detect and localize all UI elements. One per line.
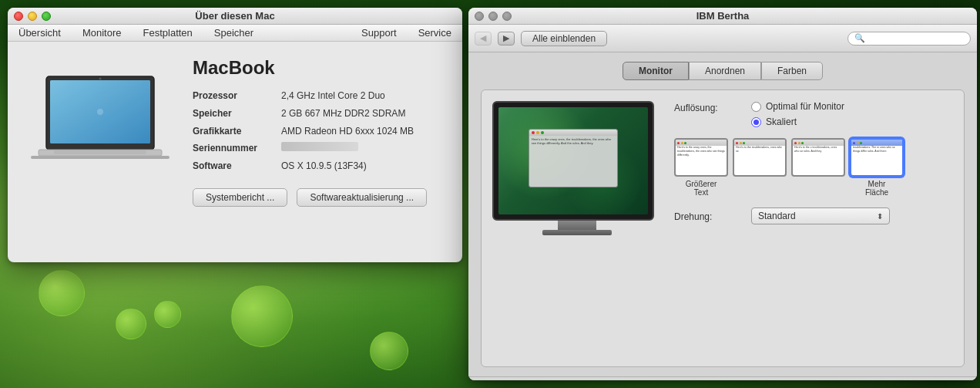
menu-festplatten[interactable]: Festplatten: [139, 27, 197, 39]
thumb-dot-r-3: [853, 142, 855, 144]
ibm-maximize-button[interactable]: [502, 12, 512, 21]
thumb-box-2[interactable]: Here's to the c troublemakers, ones who …: [791, 138, 845, 177]
thumb-dot-g-1: [743, 142, 745, 144]
thumbnails-row: Here's to the crazy ones, the troublemak…: [674, 138, 953, 197]
maximize-button[interactable]: [42, 12, 51, 21]
laptop-image: [23, 65, 177, 188]
serial-value: [281, 142, 358, 151]
menu-monitore[interactable]: Monitore: [78, 27, 126, 39]
thumb-dot-y-2: [798, 142, 800, 144]
thumb-box-0[interactable]: Here's to the crazy ones, the troublemak…: [674, 138, 728, 177]
menu-speicher[interactable]: Speicher: [210, 27, 258, 39]
window-title: Über diesen Mac: [195, 10, 274, 22]
radio-skaliert[interactable]: [751, 117, 761, 127]
rotation-value: Standard: [758, 211, 796, 221]
radio-skaliert-label: Skaliert: [766, 116, 797, 127]
ibm-bottom-bar: Sync-Optionen bei Verfügbarkeit in der M…: [468, 376, 977, 380]
thumb-titlebar-1: [734, 140, 785, 146]
tabs-container: Monitor Anordnen Farben: [481, 62, 965, 80]
svg-rect-7: [54, 150, 146, 154]
minimize-button[interactable]: [28, 12, 37, 21]
svg-point-4: [99, 78, 102, 80]
thumb-item-0[interactable]: Here's to the crazy ones, the troublemak…: [674, 138, 728, 197]
content-panel: Here's to the crazy ones, the troublemak…: [481, 89, 965, 367]
resolution-skaliert[interactable]: Skaliert: [751, 116, 844, 127]
search-box[interactable]: 🔍: [847, 32, 971, 46]
mac-content: MacBook Prozessor 2,4 GHz Intel Core 2 D…: [8, 42, 462, 262]
memory-value: 2 GB 667 MHz DDR2 SDRAM: [281, 107, 405, 120]
thumb-dot-y-1: [740, 142, 742, 144]
monitor-screen: Here's to the crazy ones, the troublemak…: [498, 107, 648, 214]
memory-label: Speicher: [193, 107, 281, 120]
thumb-titlebar-0: [676, 140, 727, 146]
resolution-row: Auflösung: Optimal für Monitor Skaliert: [674, 101, 953, 127]
rotation-label: Drehung:: [674, 210, 751, 222]
mini-close-dot: [532, 131, 535, 134]
thumb-dot-g-2: [801, 142, 804, 144]
thumb-dot-g-3: [860, 142, 862, 144]
monitor-preview: Here's to the crazy ones, the troublemak…: [492, 101, 662, 356]
radio-optimal[interactable]: [751, 102, 761, 112]
graphics-row: Grafikkarte AMD Radeon HD 6xxx 1024 MB: [193, 125, 447, 138]
resolution-label: Auflösung:: [674, 101, 751, 113]
thumb-label-0: GrößererText: [686, 180, 717, 197]
resolution-optimal[interactable]: Optimal für Monitor: [751, 101, 844, 112]
show-all-button[interactable]: Alle einblenden: [521, 31, 607, 46]
systembericht-button[interactable]: Systembericht ...: [193, 188, 287, 207]
bubble: [39, 270, 85, 316]
mac-titlebar: Über diesen Mac: [8, 8, 462, 25]
mac-info: MacBook Prozessor 2,4 GHz Intel Core 2 D…: [193, 57, 447, 247]
monitor-stand: [558, 221, 596, 230]
menu-support[interactable]: Support: [357, 27, 401, 39]
thumb-content-1: Here's to the troublemakers, ones who se: [736, 146, 784, 174]
software-value: OS X 10.9.5 (13F34): [281, 160, 367, 173]
ibm-main-content: Monitor Anordnen Farben: [468, 52, 977, 376]
thumb-content-3: troublemakers. The m ones who se things …: [853, 146, 901, 174]
forward-button[interactable]: ▶: [498, 32, 515, 46]
tab-farben[interactable]: Farben: [761, 62, 823, 80]
bubble: [231, 285, 293, 347]
computer-name: MacBook: [193, 57, 447, 79]
processor-value: 2,4 GHz Intel Core 2 Duo: [281, 89, 385, 103]
menu-service[interactable]: Service: [414, 27, 456, 39]
resolution-options: Optimal für Monitor Skaliert: [751, 101, 844, 127]
processor-row: Prozessor 2,4 GHz Intel Core 2 Duo: [193, 89, 447, 103]
monitor-base: [542, 230, 612, 235]
mini-min-dot: [536, 131, 539, 134]
graphics-label: Grafikkarte: [193, 125, 281, 138]
traffic-lights: [14, 12, 51, 21]
thumb-label-3: MehrFläche: [865, 180, 888, 197]
svg-rect-6: [31, 156, 169, 159]
thumb-dot-r-0: [677, 142, 680, 144]
thumb-content-0: Here's to the crazy ones, the troublemak…: [677, 146, 725, 174]
ibm-minimize-button[interactable]: [488, 12, 498, 21]
mac-info-window: Über diesen Mac Übersicht Monitore Festp…: [8, 8, 462, 262]
ibm-window-title: IBM Bertha: [696, 10, 750, 22]
thumb-item-2[interactable]: Here's to the c troublemakers, ones who …: [791, 138, 845, 197]
tab-monitor[interactable]: Monitor: [623, 62, 689, 80]
softwareaktualisierung-button[interactable]: Softwareaktualisierung ...: [297, 188, 427, 207]
bubble: [370, 332, 408, 370]
rotation-select[interactable]: Standard ⬍: [751, 207, 890, 224]
graphics-value: AMD Radeon HD 6xxx 1024 MB: [281, 125, 414, 138]
thumb-box-3[interactable]: troublemakers. The m ones who se things …: [850, 138, 904, 177]
back-button[interactable]: ◀: [475, 32, 492, 46]
ibm-close-button[interactable]: [475, 12, 484, 21]
menu-ubersicht[interactable]: Übersicht: [14, 27, 65, 39]
thumb-item-1[interactable]: Here's to the troublemakers, ones who se: [733, 138, 787, 197]
thumb-item-3[interactable]: troublemakers. The m ones who se things …: [850, 138, 904, 197]
ibm-toolbar: ◀ ▶ Alle einblenden 🔍: [468, 25, 977, 52]
mini-dialog: Here's to the crazy ones, the troublemak…: [529, 129, 618, 187]
thumb-titlebar-2: [793, 140, 844, 146]
thumb-dot-r-1: [736, 142, 738, 144]
svg-point-3: [97, 109, 103, 115]
search-icon: 🔍: [854, 33, 865, 43]
radio-optimal-label: Optimal für Monitor: [766, 101, 844, 112]
close-button[interactable]: [14, 12, 23, 21]
thumb-box-1[interactable]: Here's to the troublemakers, ones who se: [733, 138, 787, 177]
serial-row: Seriennummer: [193, 142, 447, 155]
mac-buttons: Systembericht ... Softwareaktualisierung…: [193, 188, 447, 207]
tab-anordnen[interactable]: Anordnen: [689, 62, 761, 80]
memory-row: Speicher 2 GB 667 MHz DDR2 SDRAM: [193, 107, 447, 120]
monitor-frame: Here's to the crazy ones, the troublemak…: [492, 101, 654, 221]
